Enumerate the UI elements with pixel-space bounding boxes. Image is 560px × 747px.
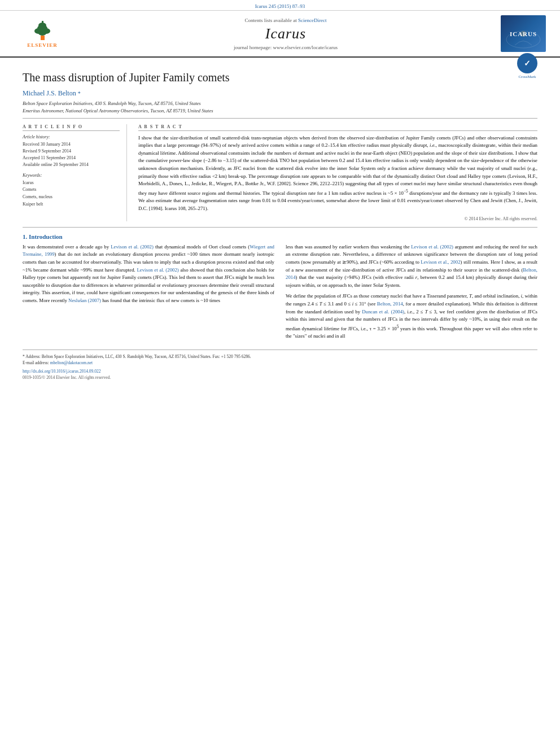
intro-para-right-1: less than was assumed by earlier workers… — [286, 243, 537, 290]
icarus-logo-text: ICARUS — [510, 30, 537, 37]
icarus-logo-box: ICARUS — [501, 15, 546, 52]
ref-levison2002-left2[interactable]: Levison et al. (2002) — [137, 267, 178, 273]
svg-text:✓: ✓ — [524, 59, 531, 68]
received-date: Received 30 January 2014 — [23, 141, 120, 148]
ref-belton2014[interactable]: Belton, 2014 — [286, 267, 537, 281]
intro-para-right-2: We define the population of JFCs as thos… — [286, 292, 537, 340]
elsevier-logo: ELSEVIER — [17, 18, 68, 49]
ref-levison2002-left[interactable]: Levison et al. (2002) — [111, 244, 154, 250]
sciencedirect-line: Contents lists available at ScienceDirec… — [245, 18, 327, 23]
copyright-line: © 2014 Elsevier Inc. All rights reserved… — [138, 216, 537, 221]
elsevier-tree-icon — [27, 20, 58, 41]
accepted-date: Accepted 11 September 2014 — [23, 155, 120, 161]
history-label: Article history: — [23, 134, 120, 139]
email-link[interactable]: mbelton@dakotacom.net — [50, 360, 93, 365]
journal-header: ELSEVIER Contents lists available at Sci… — [0, 11, 560, 58]
crossmark-icon: ✓ — [517, 53, 537, 73]
intro-col-right: less than was assumed by earlier workers… — [286, 243, 537, 344]
header-center: Contents lists available at ScienceDirec… — [79, 15, 492, 52]
intro-para-left: It was demonstrated over a decade ago by… — [23, 243, 274, 305]
journal-homepage: journal homepage: www.elsevier.com/locat… — [234, 45, 338, 50]
abstract-section: A B S T R A C T I show that the size-dis… — [138, 124, 537, 221]
affiliation-2: Emeritus Astronomer, National Optical As… — [23, 107, 517, 115]
intro-col-left: It was demonstrated over a decade ago by… — [23, 243, 274, 344]
footnote-email: E-mail address: mbelton@dakotacom.net — [23, 360, 537, 366]
ref-belton2014-2[interactable]: Belton, 2014 — [377, 301, 403, 307]
author-asterisk: * — [78, 90, 81, 97]
ref-levison2002-right[interactable]: Levison et al. (2002) — [411, 244, 453, 250]
article-body: A R T I C L E I N F O Article history: R… — [23, 119, 537, 228]
sciencedirect-link[interactable]: ScienceDirect — [298, 18, 326, 23]
footnote-star: * Address: Belton Space Exploration Init… — [23, 353, 537, 360]
footnote-section: * Address: Belton Space Exploration Init… — [23, 350, 537, 380]
ref-levison2002-right2[interactable]: Levison et al., 2002 — [421, 259, 460, 265]
abstract-text: I show that the size-distribution of sma… — [138, 134, 537, 213]
article-title-section: The mass disruption of Jupiter Family co… — [23, 64, 537, 119]
revised-date: Revised 9 September 2014 — [23, 148, 120, 155]
article-wrapper: The mass disruption of Jupiter Family co… — [0, 58, 560, 387]
article-info-label: A R T I C L E I N F O — [23, 124, 120, 131]
journal-name: Icarus — [265, 25, 306, 42]
svg-rect-0 — [41, 36, 45, 40]
article-title: The mass disruption of Jupiter Family co… — [23, 70, 517, 85]
issn-line: 0019-1035/© 2014 Elsevier Inc. All right… — [23, 375, 537, 380]
history-subsection: Article history: Received 30 January 201… — [23, 134, 120, 168]
ref-neslusan[interactable]: Neslušan (2007) — [68, 298, 101, 303]
affiliation-1: Belton Space Exploration Initiatives, 43… — [23, 100, 517, 107]
abstract-label: A B S T R A C T — [138, 124, 537, 131]
keyword-1: Icarus — [23, 180, 120, 187]
keyword-4: Kuiper belt — [23, 201, 120, 208]
top-bar: Icarus 245 (2015) 87–93 — [0, 0, 560, 11]
doi-link[interactable]: http://dx.doi.org/10.1016/j.icarus.2014.… — [23, 369, 537, 374]
ref-duncan2004[interactable]: Duncan et al. (2004) — [362, 309, 404, 314]
keyword-2: Comets — [23, 186, 120, 194]
keyword-3: Comets, nucleus — [23, 194, 120, 201]
elsevier-text: ELSEVIER — [27, 42, 58, 48]
svg-rect-6 — [42, 21, 43, 27]
intro-heading: 1. Introduction — [23, 233, 537, 240]
journal-reference: Icarus 245 (2015) 87–93 — [255, 3, 305, 9]
crossmark-badge: ✓ CrossMark — [517, 53, 537, 79]
introduction-section: 1. Introduction It was demonstrated over… — [23, 228, 537, 344]
keywords-subsection: Keywords: Icarus Comets Comets, nucleus … — [23, 173, 120, 208]
online-date: Available online 20 September 2014 — [23, 161, 120, 168]
icarus-logo-section: ICARUS — [498, 15, 549, 52]
introduction-body: It was demonstrated over a decade ago by… — [23, 243, 537, 344]
elsevier-logo-section: ELSEVIER — [11, 15, 73, 52]
keywords-label: Keywords: — [23, 173, 120, 178]
author-name: Michael J.S. Belton * — [23, 89, 517, 98]
article-info-panel: A R T I C L E I N F O Article history: R… — [23, 124, 127, 221]
